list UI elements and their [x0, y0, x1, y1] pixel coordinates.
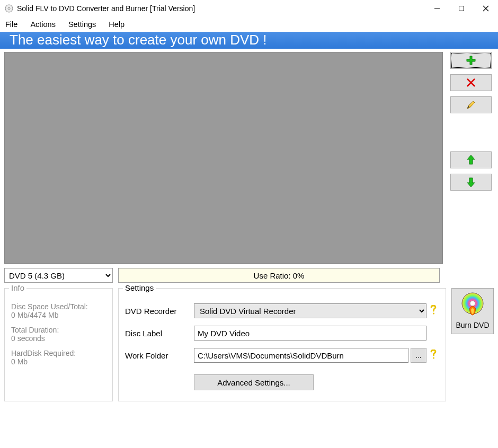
svg-point-11 — [433, 357, 434, 359]
menu-file[interactable]: File — [5, 20, 17, 29]
menu-help[interactable]: Help — [109, 20, 125, 29]
window-title: Solid FLV to DVD Converter and Burner [T… — [17, 4, 425, 13]
disc-label-label: Disc Label — [125, 329, 194, 338]
move-up-button[interactable] — [450, 151, 492, 168]
close-button[interactable] — [474, 1, 498, 16]
burn-dvd-label: Burn DVD — [456, 321, 489, 329]
menu-bar: File Actions Settings Help — [0, 17, 498, 32]
add-button[interactable] — [450, 52, 492, 69]
burn-panel: Burn DVD — [451, 288, 494, 401]
help-icon[interactable] — [430, 350, 439, 362]
use-ratio-bar: Use Ratio: 0% — [118, 268, 440, 283]
browse-button[interactable]: ... — [411, 348, 426, 363]
info-panel: Info Disc Space Used/Total: 0 Mb/4474 Mb… — [4, 288, 113, 401]
title-bar: Solid FLV to DVD Converter and Burner [T… — [0, 0, 498, 17]
duration-label: Total Duration: — [11, 326, 106, 334]
file-list-area[interactable] — [4, 52, 443, 264]
dvd-recorder-label: DVD Recorder — [125, 307, 194, 316]
help-icon[interactable] — [430, 305, 439, 317]
harddisk-value: 0 Mb — [11, 357, 106, 366]
svg-point-10 — [433, 312, 434, 314]
remove-button[interactable] — [450, 74, 492, 91]
minimize-button[interactable] — [425, 1, 449, 16]
work-folder-label: Work Folder — [125, 351, 194, 360]
move-down-button[interactable] — [450, 174, 492, 191]
work-folder-input[interactable] — [194, 348, 408, 363]
settings-panel: Settings DVD Recorder Solid DVD Virtual … — [118, 288, 446, 401]
banner: The easiest way to create your own DVD ! — [0, 32, 498, 49]
maximize-button[interactable] — [449, 1, 474, 16]
dvd-recorder-select[interactable]: Solid DVD Virtual Recorder — [194, 303, 426, 318]
settings-panel-title: Settings — [123, 283, 156, 292]
app-icon — [4, 4, 14, 13]
disc-icon — [460, 292, 485, 319]
disc-space-value: 0 Mb/4474 Mb — [11, 311, 106, 319]
svg-point-13 — [470, 301, 475, 306]
disc-label-input[interactable] — [194, 326, 426, 341]
advanced-settings-button[interactable]: Advanced Settings... — [194, 374, 314, 390]
disc-space-label: Disc Space Used/Total: — [11, 302, 106, 311]
burn-dvd-button[interactable]: Burn DVD — [451, 288, 494, 334]
duration-value: 0 seconds — [11, 334, 106, 343]
edit-button[interactable] — [450, 96, 492, 113]
svg-point-1 — [8, 7, 10, 10]
menu-settings[interactable]: Settings — [68, 20, 96, 29]
harddisk-label: HardDisk Required: — [11, 349, 106, 357]
side-toolbar — [448, 52, 494, 264]
svg-rect-3 — [459, 6, 464, 11]
info-panel-title: Info — [9, 283, 26, 292]
menu-actions[interactable]: Actions — [30, 20, 56, 29]
disc-type-select[interactable]: DVD 5 (4.3 GB) — [4, 268, 113, 283]
